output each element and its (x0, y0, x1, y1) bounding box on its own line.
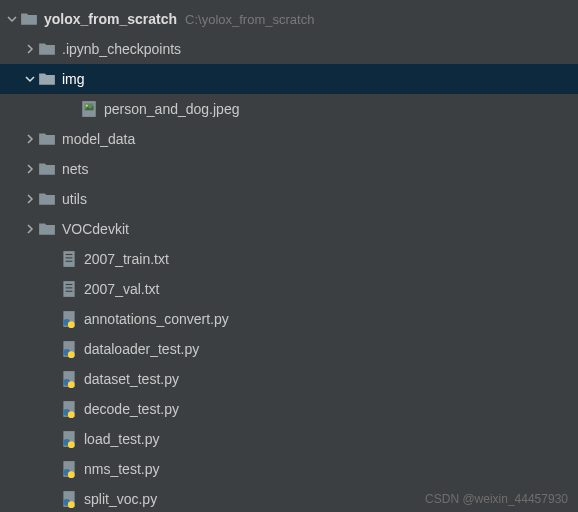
file-label: split_voc.py (84, 491, 157, 507)
svg-point-2 (86, 105, 88, 107)
text-file-icon (60, 280, 78, 298)
folder-icon (38, 70, 56, 88)
folder-label: model_data (62, 131, 135, 147)
watermark: CSDN @weixin_44457930 (425, 492, 568, 506)
chevron-down-icon[interactable] (22, 71, 38, 87)
tree-row-vocdevkit[interactable]: VOCdevkit (0, 214, 578, 244)
svg-point-16 (68, 351, 75, 358)
chevron-right-icon[interactable] (22, 191, 38, 207)
tree-row-root[interactable]: yolox_from_scratch C:\yolox_from_scratch (0, 4, 578, 34)
folder-label: nets (62, 161, 88, 177)
file-label: 2007_val.txt (84, 281, 160, 297)
tree-row-model-data[interactable]: model_data (0, 124, 578, 154)
text-file-icon (60, 250, 78, 268)
folder-icon (38, 220, 56, 238)
chevron-down-icon[interactable] (4, 11, 20, 27)
chevron-right-icon[interactable] (22, 41, 38, 57)
python-file-icon (60, 490, 78, 508)
root-path: C:\yolox_from_scratch (185, 12, 314, 27)
tree-row-py-file[interactable]: decode_test.py (0, 394, 578, 424)
python-file-icon (60, 340, 78, 358)
tree-row-txt-file[interactable]: 2007_train.txt (0, 244, 578, 274)
tree-row-image-file[interactable]: person_and_dog.jpeg (0, 94, 578, 124)
folder-icon (38, 40, 56, 58)
svg-rect-7 (63, 281, 74, 297)
chevron-right-icon[interactable] (22, 131, 38, 147)
folder-icon (38, 160, 56, 178)
file-label: 2007_train.txt (84, 251, 169, 267)
folder-icon (38, 130, 56, 148)
svg-point-19 (68, 381, 75, 388)
tree-row-utils[interactable]: utils (0, 184, 578, 214)
tree-row-py-file[interactable]: dataset_test.py (0, 364, 578, 394)
svg-point-28 (68, 471, 75, 478)
svg-point-31 (68, 501, 75, 508)
tree-row-py-file[interactable]: nms_test.py (0, 454, 578, 484)
root-label: yolox_from_scratch (44, 11, 177, 27)
folder-icon (20, 10, 38, 28)
folder-label: .ipynb_checkpoints (62, 41, 181, 57)
tree-row-checkpoints[interactable]: .ipynb_checkpoints (0, 34, 578, 64)
svg-point-13 (68, 321, 75, 328)
folder-label: utils (62, 191, 87, 207)
file-label: person_and_dog.jpeg (104, 101, 239, 117)
file-label: load_test.py (84, 431, 160, 447)
folder-label: VOCdevkit (62, 221, 129, 237)
image-file-icon (80, 100, 98, 118)
chevron-right-icon[interactable] (22, 221, 38, 237)
python-file-icon (60, 370, 78, 388)
file-label: decode_test.py (84, 401, 179, 417)
tree-row-txt-file[interactable]: 2007_val.txt (0, 274, 578, 304)
svg-point-22 (68, 411, 75, 418)
svg-rect-3 (63, 251, 74, 267)
tree-row-py-file[interactable]: load_test.py (0, 424, 578, 454)
python-file-icon (60, 310, 78, 328)
folder-icon (38, 190, 56, 208)
svg-point-25 (68, 441, 75, 448)
python-file-icon (60, 430, 78, 448)
chevron-right-icon[interactable] (22, 161, 38, 177)
file-label: dataset_test.py (84, 371, 179, 387)
file-label: nms_test.py (84, 461, 159, 477)
tree-row-py-file[interactable]: dataloader_test.py (0, 334, 578, 364)
folder-label: img (62, 71, 85, 87)
file-tree: yolox_from_scratch C:\yolox_from_scratch… (0, 0, 578, 512)
python-file-icon (60, 460, 78, 478)
tree-row-nets[interactable]: nets (0, 154, 578, 184)
tree-row-img[interactable]: img (0, 64, 578, 94)
tree-row-py-file[interactable]: annotations_convert.py (0, 304, 578, 334)
file-label: annotations_convert.py (84, 311, 229, 327)
python-file-icon (60, 400, 78, 418)
file-label: dataloader_test.py (84, 341, 199, 357)
